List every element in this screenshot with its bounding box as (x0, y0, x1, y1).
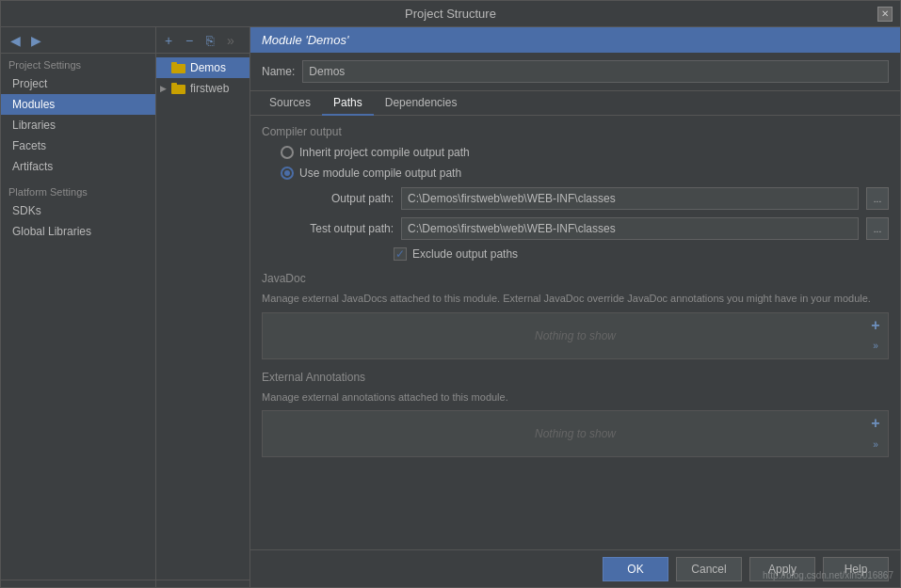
module-scrollbar[interactable] (156, 580, 249, 587)
output-path-label: Output path: (281, 192, 394, 205)
cancel-button[interactable]: Cancel (676, 557, 742, 581)
close-button[interactable]: ✕ (877, 7, 893, 22)
platform-settings-label: Platform Settings (1, 181, 155, 200)
tab-paths[interactable]: Paths (322, 91, 374, 116)
svg-rect-2 (171, 85, 185, 94)
sidebar-item-modules-label: Modules (12, 98, 55, 111)
module-item-demos[interactable]: Demos (156, 57, 249, 78)
module-more-button[interactable]: » (222, 32, 239, 49)
module-folder-icon-firstweb (171, 81, 186, 96)
window-title: Project Structure (405, 7, 496, 21)
use-module-radio-label: Use module compile output path (299, 167, 461, 180)
tabs-row: Sources Paths Dependencies (250, 91, 900, 116)
sidebar-item-artifacts-label: Artifacts (12, 160, 53, 173)
use-module-radio[interactable] (281, 167, 294, 180)
external-annotations-chevron-btn[interactable]: » (867, 436, 884, 453)
module-add-button[interactable]: + (160, 32, 177, 49)
ok-button[interactable]: OK (603, 557, 668, 581)
use-module-radio-row: Use module compile output path (281, 167, 889, 180)
test-output-path-row: Test output path: ... (262, 217, 889, 240)
test-output-path-browse-btn[interactable]: ... (866, 217, 889, 240)
module-label-firstweb: firstweb (190, 80, 229, 97)
module-label-demos: Demos (190, 59, 226, 76)
sidebar-item-sdks[interactable]: SDKs (1, 200, 155, 221)
output-path-browse-btn[interactable]: ... (866, 187, 889, 210)
module-arrow-firstweb: ▶ (160, 80, 171, 97)
javadoc-description: Manage external JavaDocs attached to thi… (262, 291, 889, 307)
module-toolbar: + − ⎘ » (156, 27, 249, 54)
tab-sources[interactable]: Sources (258, 91, 322, 116)
title-bar: Project Structure ✕ (1, 1, 900, 27)
javadoc-section-label: JavaDoc (262, 272, 889, 285)
javadoc-add-btn[interactable]: + (867, 317, 884, 334)
project-structure-dialog: Project Structure ✕ ◀ ▶ Project Settings… (0, 0, 901, 588)
compiler-output-label: Compiler output (262, 125, 889, 138)
sidebar-scrollbar[interactable] (1, 580, 155, 587)
javadoc-chevron-btn[interactable]: » (867, 338, 884, 355)
exclude-checkbox-label: Exclude output paths (412, 247, 518, 261)
sidebar-item-modules[interactable]: Modules (1, 94, 155, 115)
inherit-radio[interactable] (281, 146, 294, 159)
apply-button[interactable]: Apply (749, 557, 815, 581)
tab-dependencies[interactable]: Dependencies (374, 91, 469, 116)
module-item-firstweb[interactable]: ▶ firstweb (156, 78, 249, 99)
module-copy-button[interactable]: ⎘ (201, 32, 218, 49)
javadoc-empty-text: Nothing to show (535, 329, 616, 342)
svg-rect-3 (171, 83, 177, 86)
module-name-row: Name: (250, 53, 900, 91)
sidebar-item-sdks-label: SDKs (12, 204, 41, 217)
output-path-row: Output path: ... (262, 187, 889, 210)
forward-button[interactable]: ▶ (27, 32, 44, 49)
sidebar-item-artifacts[interactable]: Artifacts (1, 156, 155, 177)
module-name-input[interactable] (302, 60, 889, 83)
exclude-checkbox-row: ✓ Exclude output paths (262, 247, 889, 261)
external-annotations-add-btn[interactable]: + (867, 415, 884, 432)
module-tree: Demos ▶ firstweb (156, 54, 249, 580)
javadoc-empty-panel: Nothing to show + » (262, 312, 889, 359)
module-header-title: Module 'Demos' (250, 27, 900, 53)
test-output-path-input[interactable] (401, 217, 859, 240)
external-annotations-section: External Annotations Manage external ann… (262, 371, 889, 458)
sidebar-item-project[interactable]: Project (1, 73, 155, 94)
sidebar-item-global-libraries-label: Global Libraries (12, 225, 91, 238)
name-label: Name: (262, 65, 295, 78)
paths-tab-content: Compiler output Inherit project compile … (250, 116, 900, 549)
compiler-radio-group: Inherit project compile output path Use … (262, 146, 889, 180)
inherit-radio-row: Inherit project compile output path (281, 146, 889, 159)
sidebar: ◀ ▶ Project Settings Project Modules Lib… (1, 27, 156, 587)
main-content: ◀ ▶ Project Settings Project Modules Lib… (1, 27, 900, 587)
test-output-path-label: Test output path: (281, 222, 394, 235)
inherit-radio-label: Inherit project compile output path (299, 146, 470, 159)
external-annotations-empty-panel: Nothing to show + » (262, 410, 889, 457)
sidebar-item-project-label: Project (12, 77, 47, 90)
sidebar-item-facets-label: Facets (12, 139, 46, 152)
project-settings-label: Project Settings (1, 54, 155, 73)
output-path-input[interactable] (401, 187, 859, 210)
external-annotations-empty-text: Nothing to show (535, 427, 616, 440)
exclude-checkbox[interactable]: ✓ (394, 247, 407, 261)
svg-rect-0 (171, 64, 185, 73)
sidebar-item-libraries[interactable]: Libraries (1, 115, 155, 135)
help-button[interactable]: Help (823, 557, 889, 581)
button-bar: OK Cancel Apply Help (250, 549, 900, 587)
module-remove-button[interactable]: − (181, 32, 198, 49)
back-button[interactable]: ◀ (7, 32, 24, 49)
sidebar-item-global-libraries[interactable]: Global Libraries (1, 221, 155, 242)
main-right-panel: Module 'Demos' Name: Sources Paths Depen… (250, 27, 900, 587)
module-folder-icon-demos (171, 60, 186, 75)
external-annotations-label: External Annotations (262, 371, 889, 384)
sidebar-toolbar: ◀ ▶ (1, 27, 155, 54)
external-annotations-description: Manage external annotations attached to … (262, 389, 889, 405)
svg-rect-1 (171, 62, 177, 65)
sidebar-item-libraries-label: Libraries (12, 119, 56, 132)
module-panel: + − ⎘ » Demos (156, 27, 250, 587)
sidebar-item-facets[interactable]: Facets (1, 135, 155, 156)
javadoc-section: JavaDoc Manage external JavaDocs attache… (262, 272, 889, 359)
